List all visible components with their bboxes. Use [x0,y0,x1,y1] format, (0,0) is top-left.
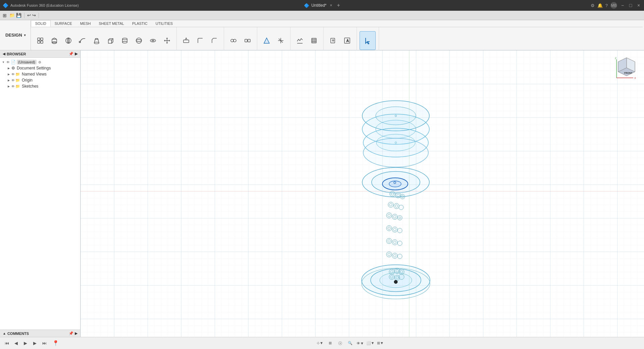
tree-doc-settings[interactable]: ▶ ⚙ Document Settings [0,65,80,71]
display-mode-btn[interactable]: ⬜▼ [366,339,374,347]
tree-origin[interactable]: ▶ 👁 📁 Origin [0,77,80,83]
grid-vis-btn[interactable]: ⊞ [326,339,334,347]
assemble-btn1[interactable] [227,33,240,49]
undo-icon[interactable]: ↩ [27,13,31,18]
sidebar-more-icon[interactable]: ▶ [75,52,77,56]
svg-point-27 [233,39,236,42]
snap-btn[interactable]: ⊹▼ [316,339,324,347]
sweep-btn[interactable] [76,33,89,49]
loft-btn[interactable] [90,33,103,49]
viewport[interactable]: Z X FRONT [80,50,644,337]
prev-btn[interactable]: ◀ [12,339,20,347]
torus-btn[interactable] [146,33,160,49]
collapse-icon[interactable]: ◀ [3,52,5,56]
settings-icon[interactable]: ⚙ [591,3,595,8]
fillet-btn[interactable] [194,33,207,49]
svg-point-22 [136,40,142,42]
viewcube-svg: Z X FRONT [613,54,640,81]
ellipse-bottom-outer2 [362,268,430,299]
insert-btn1[interactable] [326,33,340,49]
construct-btn1[interactable] [260,33,273,49]
minimize-btn[interactable]: − [620,3,625,8]
comments-more[interactable]: ▶ [75,331,77,336]
new-component-btn[interactable] [34,33,47,49]
tree-root-arrow: ▼ [1,60,5,64]
orbit-btn[interactable]: ☉ [336,339,344,347]
close-tab-icon[interactable]: × [330,3,332,8]
play-btn[interactable]: ▶ [21,339,30,347]
tab-solid[interactable]: SOLID [31,20,51,27]
design-dropdown[interactable]: DESIGN ▼ [1,20,31,50]
origin-eye[interactable]: 👁 [11,79,15,82]
svg-rect-0 [38,38,40,40]
tab-utilities[interactable]: UTILITIES [152,20,177,27]
tab-surface[interactable]: SURFACE [51,20,76,27]
viewcube[interactable]: Z X FRONT [613,54,640,81]
grid-icon[interactable]: ⊞ [3,13,7,18]
ribbon: DESIGN ▼ SOLID SURFACE MESH SHEET METAL … [0,20,644,50]
redo-icon[interactable]: ↪ [32,13,36,18]
comments-label: COMMENTS [7,332,29,336]
grid-btn[interactable]: ⊞▼ [376,339,384,347]
sidebar: ◀ BROWSER 📌 ▶ ▼ 👁 📄 (Unsaved) ⚙ ▶ ⚙ Docu… [0,50,80,337]
svg-rect-3 [41,41,43,43]
tab-mesh[interactable]: MESH [76,20,95,27]
titlebar-right: ⚙ 🔔 ? MB − □ × [591,2,641,9]
comments-pin[interactable]: 📌 [69,331,73,336]
close-btn[interactable]: × [636,3,641,8]
tree-named-views[interactable]: ▶ 👁 📁 Named Views [0,71,80,77]
press-pull-btn[interactable] [179,33,193,49]
save-icon[interactable]: 💾 [16,13,21,18]
notification-icon[interactable]: 🔔 [597,3,603,8]
maximize-btn[interactable]: □ [628,3,633,8]
quick-toolbar: ⊞ 📁 💾 ↩ ↪ [0,11,644,20]
tab-sheet-metal[interactable]: SHEET METAL [95,20,128,27]
help-icon[interactable]: ? [605,3,608,8]
move-btn[interactable] [160,33,174,49]
user-icon[interactable]: MB [610,2,617,9]
named-views-label: Named Views [22,72,47,77]
insert-btn2[interactable]: A [340,33,354,49]
timeline-marker[interactable]: 📍 [52,340,59,346]
select-btn[interactable] [360,31,376,50]
inspect-btn2[interactable] [307,33,321,49]
tree-root-eye[interactable]: 👁 [6,60,10,64]
doc-settings-arrow: ▶ [7,66,11,70]
next-btn[interactable]: ▶ [31,339,39,347]
zoom-fit-btn[interactable]: 🔍 [346,339,354,347]
view-mode-btn[interactable]: 👁▼ [356,339,364,347]
sphere-btn[interactable] [132,33,146,49]
svg-rect-29 [245,39,247,42]
svg-point-21 [136,38,142,43]
skip-forward-btn[interactable]: ⏭ [40,339,48,347]
divider [24,13,24,18]
sc-r4-2 [392,227,397,232]
sketches-eye[interactable]: 👁 [11,85,15,88]
chamfer-btn[interactable] [208,33,221,49]
sc-r6-3 [397,254,402,259]
new-tab-icon[interactable]: + [337,2,340,8]
pin-icon[interactable]: 📌 [69,52,73,56]
comments-collapse[interactable]: ▲ [3,332,6,335]
assemble-btn2[interactable] [241,33,254,49]
revolve-btn[interactable] [62,33,75,49]
design-arrow: ▼ [23,34,26,37]
tree-sketches[interactable]: ▶ 👁 📁 Sketches [0,83,80,89]
named-views-eye[interactable]: 👁 [11,72,15,76]
origin-label: Origin [22,78,33,83]
cylinder-btn[interactable] [118,33,131,49]
tab-plastic[interactable]: PLASTIC [128,20,152,27]
grid-svg [80,50,644,337]
small-circle-1 [390,191,395,197]
tree-root-settings[interactable]: ⚙ [38,60,41,64]
svg-rect-2 [38,41,40,43]
construct-btn2[interactable] [274,33,287,49]
tree-root-icon: 📄 [11,60,16,64]
skip-back-btn[interactable]: ⏮ [3,339,11,347]
extrude-btn[interactable] [48,33,61,49]
inspect-btn1[interactable] [293,33,307,49]
open-icon[interactable]: 📁 [9,13,15,18]
sidebar-header: ◀ BROWSER 📌 ▶ [0,50,80,58]
box-btn[interactable] [104,33,117,49]
tree-root[interactable]: ▼ 👁 📄 (Unsaved) ⚙ [0,59,80,65]
